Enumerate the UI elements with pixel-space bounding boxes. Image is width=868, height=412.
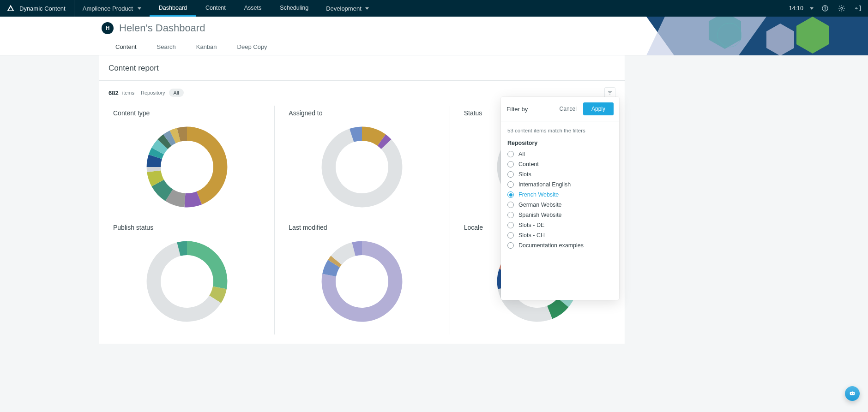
svg-point-10 (853, 393, 854, 394)
chart-assigned-to: Assigned to (274, 106, 449, 220)
tab-deep-copy[interactable]: Deep Copy (227, 39, 277, 57)
filter-option-label: Documentation examples (518, 242, 584, 249)
filter-panel: Filter by Cancel Apply 53 content items … (501, 97, 619, 300)
topbar-right: 14:10 (784, 0, 868, 17)
chart-content-type: Content type (99, 106, 274, 220)
nav-dashboard[interactable]: Dashboard (150, 0, 196, 17)
gear-icon[interactable] (837, 3, 847, 13)
repository-pill[interactable]: All (169, 89, 184, 97)
radio-icon (507, 191, 514, 198)
nav-scheduling[interactable]: Scheduling (271, 0, 318, 17)
filter-option[interactable]: International English (507, 181, 613, 188)
chart-title: Publish status (108, 222, 266, 236)
report-title: Content report (99, 55, 625, 81)
product-name: Dynamic Content (19, 5, 66, 12)
tab-content[interactable]: Content (105, 39, 147, 57)
filter-option[interactable]: All (507, 151, 613, 157)
page-header: H Helen's Dashboard Content Search Kanba… (0, 17, 868, 55)
filter-option-label: Content (518, 161, 539, 167)
svg-point-1 (825, 10, 825, 10)
chat-button[interactable] (845, 386, 860, 401)
logout-icon[interactable] (853, 3, 863, 13)
filter-option-label: International English (518, 181, 571, 188)
tab-search[interactable]: Search (147, 39, 186, 57)
environment-label: Development (326, 5, 362, 12)
environment-switcher[interactable]: Development (318, 0, 377, 17)
radio-icon (507, 232, 514, 239)
topbar: Dynamic Content Amplience Product Dashbo… (0, 0, 868, 17)
radio-icon (507, 222, 514, 228)
header-decoration (646, 17, 868, 55)
primary-nav: Dashboard Content Assets Scheduling (150, 0, 318, 17)
filter-option[interactable]: Slots (507, 171, 613, 178)
filter-match-text: 53 content items match the filters (501, 121, 619, 136)
chart-title: Content type (108, 107, 266, 121)
content-report-card: Content report 682 items Repository All … (99, 55, 625, 344)
hub-label: Amplience Product (83, 5, 133, 12)
tab-kanban[interactable]: Kanban (186, 39, 227, 57)
filter-option-label: French Website (518, 191, 559, 198)
product-identity: Dynamic Content (0, 0, 74, 17)
svg-point-9 (851, 393, 852, 394)
item-count: 682 (108, 90, 119, 96)
clock: 14:10 (789, 5, 803, 12)
item-count-label: items (122, 90, 134, 96)
hub-switcher[interactable]: Amplience Product (74, 0, 150, 17)
svg-rect-8 (850, 392, 855, 395)
filter-option[interactable]: Slots - CH (507, 232, 613, 239)
radio-icon (507, 161, 514, 167)
repository-label: Repository (141, 90, 165, 96)
avatar: H (102, 22, 114, 34)
filter-options: AllContentSlotsInternational EnglishFren… (501, 151, 619, 256)
filter-apply-button[interactable]: Apply (583, 102, 614, 115)
filter-option[interactable]: Slots - DE (507, 222, 613, 228)
nav-assets[interactable]: Assets (235, 0, 271, 17)
svg-point-2 (841, 7, 843, 9)
filter-option-label: Slots (518, 171, 531, 178)
radio-icon (507, 151, 514, 157)
chevron-down-icon (138, 7, 141, 10)
filter-option[interactable]: Content (507, 161, 613, 167)
logo-icon (6, 4, 15, 12)
dashboard-tabs: Content Search Kanban Deep Copy (99, 39, 625, 57)
filter-option[interactable]: German Website (507, 202, 613, 208)
filter-option-label: German Website (518, 202, 562, 208)
chart-title: Assigned to (283, 107, 441, 121)
chevron-down-icon (365, 7, 369, 10)
filter-section-title: Repository (501, 136, 619, 151)
filter-option-label: Slots - CH (518, 232, 545, 239)
chevron-down-icon[interactable] (810, 7, 814, 10)
radio-icon (507, 181, 514, 188)
filter-option[interactable]: Spanish Website (507, 212, 613, 218)
filter-option[interactable]: Documentation examples (507, 242, 613, 249)
filter-option-label: All (518, 151, 525, 157)
chart-title: Last modified (283, 222, 441, 236)
filter-option-label: Spanish Website (518, 212, 562, 218)
radio-icon (507, 171, 514, 178)
radio-icon (507, 202, 514, 208)
help-icon[interactable] (820, 3, 830, 13)
radio-icon (507, 242, 514, 249)
radio-icon (507, 212, 514, 218)
filter-cancel-button[interactable]: Cancel (557, 104, 579, 114)
page-title: Helen's Dashboard (119, 22, 205, 34)
chart-publish-status: Publish status (99, 220, 274, 334)
chart-last-modified: Last modified (274, 220, 449, 334)
filter-title: Filter by (506, 106, 528, 113)
filter-option[interactable]: French Website (507, 191, 613, 198)
nav-content[interactable]: Content (196, 0, 235, 17)
svg-rect-11 (852, 391, 852, 392)
filter-option-label: Slots - DE (518, 222, 544, 228)
